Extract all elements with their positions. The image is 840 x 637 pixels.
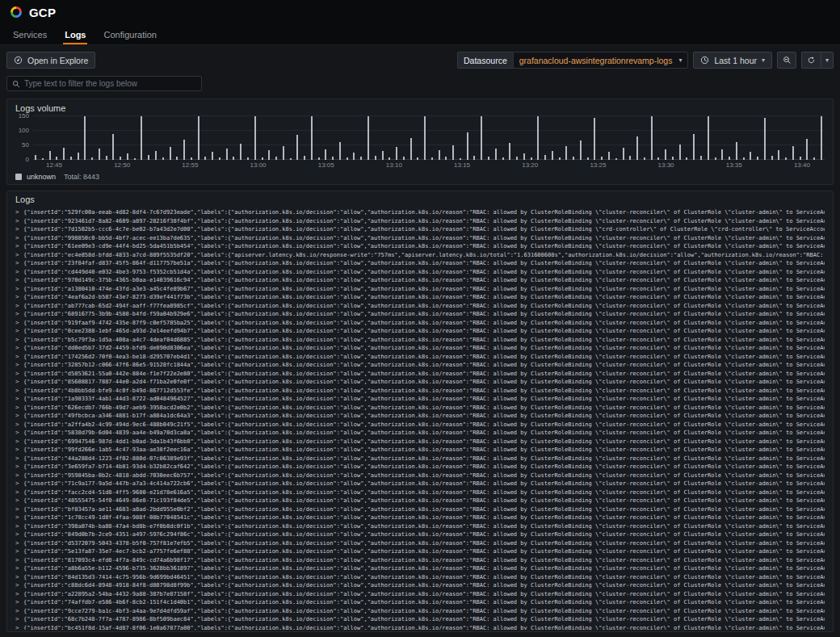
log-row[interactable]: >{"insertId":"c88dc6d4-8948-4918-84f8-d8… [15, 581, 825, 590]
expand-chevron-icon[interactable]: > [15, 225, 23, 234]
expand-chevron-icon[interactable]: > [15, 497, 23, 505]
log-row[interactable]: >{"insertId":"9cce7279-ba1c-4bf3-a4aa-9e… [15, 607, 825, 616]
expand-chevron-icon[interactable]: > [15, 438, 23, 446]
log-row[interactable]: >{"insertId":"529fc00a-eeab-4d82-8df4-7c… [15, 208, 825, 217]
log-row[interactable]: >{"insertId":"ab777cab-65d2-494f-aaff-f7… [15, 302, 825, 311]
datasource-select[interactable]: grafanacloud-awsintegrationrevamp-logs ▾ [513, 52, 689, 69]
refresh-interval-dropdown[interactable]: ▾ [821, 52, 834, 69]
log-row[interactable]: >{"insertId":"7d1502b5-ccc6-4c7e-be02-b7… [15, 225, 825, 234]
log-row[interactable]: >{"insertId":"69947546-987d-4dd1-b0ad-3d… [15, 438, 825, 446]
expand-chevron-icon[interactable]: > [15, 573, 23, 582]
expand-chevron-icon[interactable]: > [15, 505, 23, 514]
log-row[interactable]: >{"insertId":"970d149c-375b-4365-b0aa-e1… [15, 276, 825, 285]
expand-chevron-icon[interactable]: > [15, 327, 23, 336]
log-row[interactable]: >{"insertId":"dd0ed5b7-37d2-4459-bfd9-de… [15, 344, 825, 353]
legend-series-label[interactable]: unknown [27, 173, 56, 181]
log-row[interactable]: >{"insertId":"923461d7-8a82-4609-a897-28… [15, 217, 825, 226]
expand-chevron-icon[interactable]: > [15, 336, 23, 345]
expand-chevron-icon[interactable]: > [15, 471, 23, 480]
log-row[interactable]: >{"insertId":"398a074b-ba88-47a4-bd8b-e7… [15, 522, 825, 531]
log-row[interactable]: >{"insertId":"84d135d3-7414-4c75-956b-9d… [15, 573, 825, 582]
expand-chevron-icon[interactable]: > [15, 455, 23, 463]
log-row[interactable]: >{"insertId":"849d0b7b-2ce9-4351-a497-59… [15, 530, 825, 539]
log-row[interactable]: >{"insertId":"d5372079-5043-4378-b5f0-75… [15, 539, 825, 548]
log-row[interactable]: >{"insertId":"cd449d40-e032-4be3-9753-f5… [15, 268, 825, 277]
expand-chevron-icon[interactable]: > [15, 276, 23, 285]
expand-chevron-icon[interactable]: > [15, 302, 23, 311]
logs-panel-title[interactable]: Logs [15, 195, 825, 204]
log-row[interactable]: >{"insertId":"bf83457a-ae11-4683-a8ad-2b… [15, 505, 825, 514]
log-row[interactable]: >{"insertId":"1c78cc49-1d8f-4faa-988f-08… [15, 513, 825, 522]
expand-chevron-icon[interactable]: > [15, 378, 23, 387]
refresh-button[interactable] [801, 52, 821, 69]
log-row[interactable]: >{"insertId":"bc451f8d-15af-4d87-8f06-1e… [15, 624, 825, 631]
expand-chevron-icon[interactable]: > [15, 217, 23, 226]
expand-chevron-icon[interactable]: > [15, 598, 23, 607]
log-row[interactable]: >{"insertId":"a1380410-474e-43fd-a3e3-a4… [15, 285, 825, 294]
log-row[interactable]: >{"insertId":"4b8bb5dd-bfe9-4c0f-b49d-86… [15, 387, 825, 396]
log-row[interactable]: >{"insertId":"d5853621-55a0-442e-884e-f1… [15, 370, 825, 379]
log-row[interactable]: >{"insertId":"32857b12-c066-47f6-86e5-91… [15, 361, 825, 370]
expand-chevron-icon[interactable]: > [15, 251, 23, 260]
log-row[interactable]: >{"insertId":"49fbcbca-a346-4881-b17f-a8… [15, 412, 825, 421]
expand-chevron-icon[interactable]: > [15, 234, 23, 243]
expand-chevron-icon[interactable]: > [15, 412, 23, 421]
expand-chevron-icon[interactable]: > [15, 421, 23, 430]
log-row[interactable]: >{"insertId":"48555475-54f0-4649-86e8-71… [15, 497, 825, 505]
log-row[interactable]: >{"insertId":"44a288d4-1223-4f02-880d-07… [15, 455, 825, 463]
expand-chevron-icon[interactable]: > [15, 624, 23, 631]
log-row[interactable]: >{"insertId":"74affdb7-e586-4b6f-8cb2-15… [15, 598, 825, 607]
expand-chevron-icon[interactable]: > [15, 556, 23, 565]
zoom-out-time-button[interactable] [777, 52, 796, 69]
expand-chevron-icon[interactable]: > [15, 530, 23, 539]
log-row[interactable]: >{"insertId":"919faaf9-4742-435e-87f9-c0… [15, 319, 825, 328]
log-row[interactable]: >{"insertId":"1a98333f-4ab1-44d3-8722-ad… [15, 395, 825, 404]
logs-volume-panel-title[interactable]: Logs volume [15, 103, 825, 113]
open-in-explore-button[interactable]: Open in Explore [6, 52, 95, 69]
expand-chevron-icon[interactable]: > [15, 361, 23, 370]
expand-chevron-icon[interactable]: > [15, 615, 23, 624]
tab-configuration[interactable]: Configuration [102, 24, 158, 44]
tab-logs[interactable]: Logs [63, 24, 87, 44]
log-row[interactable]: >{"insertId":"99fd266e-1ab5-4c47-93aa-ae… [15, 446, 825, 455]
log-filter-input[interactable] [24, 79, 196, 88]
expand-chevron-icon[interactable]: > [15, 564, 23, 573]
log-row[interactable]: >{"insertId":"71c9a177-9a5d-447b-a7a3-4c… [15, 480, 825, 488]
log-row[interactable]: >{"insertId":"5e13fa87-35e7-4ec7-bcb2-a7… [15, 547, 825, 556]
expand-chevron-icon[interactable]: > [15, 547, 23, 556]
expand-chevron-icon[interactable]: > [15, 429, 23, 438]
tab-services[interactable]: Services [11, 24, 48, 44]
log-row[interactable]: >{"insertId":"ec4e858d-bfdd-4833-a7cd-88… [15, 251, 825, 260]
expand-chevron-icon[interactable]: > [15, 293, 23, 302]
expand-chevron-icon[interactable]: > [15, 581, 23, 590]
expand-chevron-icon[interactable]: > [15, 404, 23, 413]
expand-chevron-icon[interactable]: > [15, 387, 23, 396]
log-row[interactable]: >{"insertId":"998850c0-bb5d-4bf7-acec-ee… [15, 234, 825, 243]
expand-chevron-icon[interactable]: > [15, 480, 23, 488]
log-row[interactable]: >{"insertId":"23f84faf-d837-45f5-864f-d1… [15, 259, 825, 268]
log-row[interactable]: >{"insertId":"68916775-3b9b-4588-b4fd-f5… [15, 310, 825, 319]
expand-chevron-icon[interactable]: > [15, 344, 23, 353]
expand-chevron-icon[interactable]: > [15, 285, 23, 294]
expand-chevron-icon[interactable]: > [15, 488, 23, 497]
log-row[interactable]: >{"insertId":"817093c4-efd8-4f7a-849c-cd… [15, 556, 825, 565]
expand-chevron-icon[interactable]: > [15, 242, 23, 251]
log-row[interactable]: >{"insertId":"b5c79f3a-1d5a-408a-a4c7-4d… [15, 336, 825, 345]
expand-chevron-icon[interactable]: > [15, 446, 23, 455]
time-range-picker[interactable]: Last 1 hour ▾ [693, 52, 772, 69]
log-row[interactable]: >{"insertId":"959845ba-0b2c-4818-abdd-70… [15, 471, 825, 480]
log-row[interactable]: >{"insertId":"3e659fa7-b714-4b81-93d4-b3… [15, 463, 825, 471]
expand-chevron-icon[interactable]: > [15, 310, 23, 319]
expand-chevron-icon[interactable]: > [15, 319, 23, 328]
expand-chevron-icon[interactable]: > [15, 513, 23, 522]
expand-chevron-icon[interactable]: > [15, 522, 23, 531]
expand-chevron-icon[interactable]: > [15, 395, 23, 404]
expand-chevron-icon[interactable]: > [15, 463, 23, 471]
expand-chevron-icon[interactable]: > [15, 208, 23, 217]
expand-chevron-icon[interactable]: > [15, 370, 23, 379]
expand-chevron-icon[interactable]: > [15, 259, 23, 268]
log-row[interactable]: >{"insertId":"174256d2-70f0-4ea3-be18-d2… [15, 353, 825, 362]
log-row[interactable]: >{"insertId":"68c7b248-7f7a-4787-8986-8b… [15, 615, 825, 624]
log-row[interactable]: >{"insertId":"4eaf6a2d-b587-43e7-8273-d3… [15, 293, 825, 302]
expand-chevron-icon[interactable]: > [15, 268, 23, 277]
